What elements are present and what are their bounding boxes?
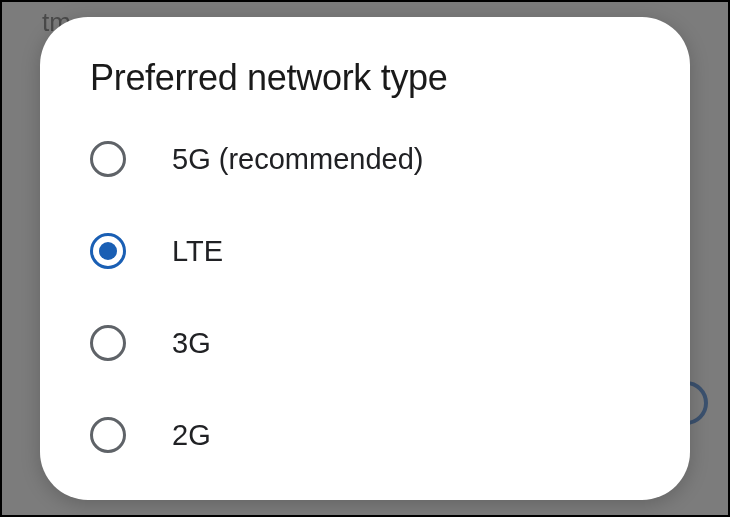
radio-list: 5G (recommended) LTE 3G 2G: [90, 137, 640, 457]
radio-option-3g[interactable]: 3G: [90, 321, 640, 365]
radio-icon: [90, 417, 126, 453]
radio-option-2g[interactable]: 2G: [90, 413, 640, 457]
radio-option-lte[interactable]: LTE: [90, 229, 640, 273]
dialog-title: Preferred network type: [90, 57, 640, 99]
radio-inner-dot: [99, 242, 117, 260]
radio-label: LTE: [172, 235, 223, 268]
radio-label: 5G (recommended): [172, 143, 423, 176]
radio-option-5g[interactable]: 5G (recommended): [90, 137, 640, 181]
radio-icon: [90, 325, 126, 361]
radio-icon: [90, 141, 126, 177]
preferred-network-dialog: Preferred network type 5G (recommended) …: [40, 17, 690, 500]
radio-label: 2G: [172, 419, 211, 452]
radio-label: 3G: [172, 327, 211, 360]
radio-icon: [90, 233, 126, 269]
